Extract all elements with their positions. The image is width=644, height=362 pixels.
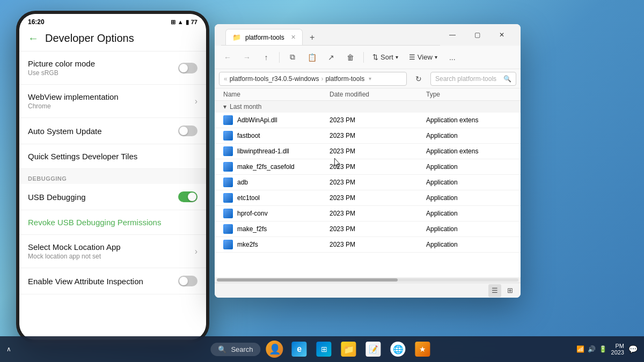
breadcrumb-separator: « bbox=[224, 75, 228, 83]
battery-taskbar-icon: 🔋 bbox=[599, 345, 607, 353]
sort-label: Sort bbox=[380, 53, 393, 61]
copy-button[interactable]: ⧉ bbox=[284, 49, 301, 66]
search-icon[interactable]: 🔍 bbox=[503, 75, 511, 83]
file-name-text: AdbWinApi.dll bbox=[237, 116, 277, 124]
table-row[interactable]: hprof-conv 2023 PM Application bbox=[215, 206, 521, 221]
search-box[interactable]: Search platform-tools 🔍 bbox=[430, 72, 516, 86]
tab-icon: 📁 bbox=[232, 33, 241, 41]
battery-icon: ▮ bbox=[186, 19, 189, 26]
close-button[interactable]: ✕ bbox=[489, 26, 514, 43]
taskbar-search[interactable]: 🔍 Search bbox=[210, 343, 260, 356]
sort-button[interactable]: ⇅ Sort ▾ bbox=[368, 51, 402, 63]
maximize-button[interactable]: ▢ bbox=[465, 26, 489, 43]
file-name-text: hprof-conv bbox=[237, 210, 268, 217]
table-row[interactable]: libwinpthread-1.dll 2023 PM Application … bbox=[215, 144, 521, 159]
file-rows[interactable]: ▾ Last month AdbWinApi.dll 2023 PM Appli… bbox=[215, 101, 521, 277]
taskbar-store-icon[interactable]: ⊞ bbox=[313, 338, 335, 360]
table-row[interactable]: etc1tool 2023 PM Application bbox=[215, 190, 521, 206]
minimize-button[interactable]: — bbox=[440, 26, 465, 43]
setting-picture-color[interactable]: Picture color mode Use sRGB bbox=[19, 51, 206, 85]
setting-view-attr[interactable]: Enable View Attribute Inspection bbox=[19, 268, 206, 294]
window-titlebar: 📁 platform-tools ✕ + — ▢ ✕ bbox=[215, 24, 521, 46]
nav-forward-button[interactable]: → bbox=[238, 49, 255, 66]
toolbar-separator-2 bbox=[363, 52, 364, 63]
toolbar: ← → ↑ ⧉ 📋 ↗ 🗑 ⇅ Sort ▾ ☰ View ▾ ... bbox=[215, 46, 521, 69]
file-name-text: fastboot bbox=[237, 132, 260, 139]
taskbar-left: ∧ bbox=[6, 345, 11, 353]
file-date: 2023 PM bbox=[330, 147, 426, 155]
file-name-text: adb bbox=[237, 179, 248, 186]
table-header: Name Date modified Type bbox=[215, 88, 521, 101]
breadcrumb[interactable]: « platform-tools_r34.0.5-windows › platf… bbox=[219, 72, 407, 86]
file-name-text: mke2fs bbox=[237, 241, 258, 248]
view-button[interactable]: ☰ View ▾ bbox=[405, 51, 442, 63]
revoke-usb-button[interactable]: Revoke USB Debugging Permissions bbox=[19, 210, 206, 235]
file-explorer-window: 📁 platform-tools ✕ + — ▢ ✕ ← → ↑ ⧉ 📋 ↗ 🗑 bbox=[215, 24, 521, 298]
table-row[interactable]: make_f2fs_casefold 2023 PM Application bbox=[215, 159, 521, 175]
toggle-usb-debug[interactable] bbox=[178, 191, 197, 202]
setting-text: Enable View Attribute Inspection bbox=[28, 277, 143, 286]
group-label: ▾ Last month bbox=[215, 101, 521, 113]
setting-auto-update[interactable]: Auto System Update bbox=[19, 118, 206, 144]
setting-usb-debug[interactable]: USB Debugging bbox=[19, 184, 206, 210]
taskbar-edge-icon[interactable]: e bbox=[289, 338, 310, 360]
chevron-right-icon: › bbox=[195, 247, 197, 256]
setting-text: Quick Settings Developer Tiles bbox=[28, 152, 137, 161]
details-view-button[interactable]: ☰ bbox=[488, 284, 501, 297]
battery-level: 77 bbox=[191, 19, 197, 25]
tab-close-icon[interactable]: ✕ bbox=[291, 34, 296, 41]
file-name: fastboot bbox=[223, 131, 330, 141]
explorer-tab[interactable]: 📁 platform-tools ✕ bbox=[225, 29, 303, 45]
table-row[interactable]: adb 2023 PM Application bbox=[215, 175, 521, 190]
paste-button[interactable]: 📋 bbox=[303, 49, 320, 66]
toggle-view-attr[interactable] bbox=[178, 276, 197, 286]
taskbar-chrome-icon[interactable]: 🌐 bbox=[387, 338, 409, 360]
breadcrumb-parent[interactable]: platform-tools_r34.0.5-windows bbox=[230, 75, 319, 83]
file-name-text: make_f2fs bbox=[237, 225, 267, 233]
col-date: Date modified bbox=[330, 91, 426, 98]
taskbar-orange-app-icon[interactable]: ★ bbox=[412, 338, 434, 360]
breadcrumb-dropdown-icon[interactable]: ▾ bbox=[369, 76, 371, 82]
back-button[interactable]: ← bbox=[28, 32, 39, 45]
system-tray-expand[interactable]: ∧ bbox=[6, 345, 11, 353]
scrollbar-thumb[interactable] bbox=[217, 278, 398, 282]
table-row[interactable]: mke2fs 2023 PM Application bbox=[215, 237, 521, 253]
taskbar-avatar[interactable]: 👤 bbox=[264, 338, 286, 360]
tab-bar: 📁 platform-tools ✕ + bbox=[221, 26, 440, 46]
group-collapse-icon[interactable]: ▾ bbox=[223, 103, 226, 110]
share-button[interactable]: ↗ bbox=[323, 49, 340, 66]
toggle-picture-color[interactable] bbox=[178, 63, 197, 73]
notification-icon[interactable]: 💬 bbox=[628, 345, 638, 353]
setting-quick-tiles[interactable]: Quick Settings Developer Tiles bbox=[19, 144, 206, 169]
file-name-text: libwinpthread-1.dll bbox=[237, 147, 289, 155]
file-date: 2023 PM bbox=[330, 225, 426, 233]
setting-webview[interactable]: WebView implementation Chrome › bbox=[19, 85, 206, 118]
table-row[interactable]: AdbWinApi.dll 2023 PM Application extens bbox=[215, 113, 521, 128]
delete-button[interactable]: 🗑 bbox=[342, 49, 359, 66]
nav-up-button[interactable]: ↑ bbox=[258, 49, 275, 66]
phone-screen: 16:20 ⊞ ▲ ▮ 77 ← Developer Options bbox=[19, 14, 206, 340]
table-row[interactable]: fastboot 2023 PM Application bbox=[215, 128, 521, 144]
cast-icon: ⊞ bbox=[171, 19, 175, 26]
setting-mock-location[interactable]: Select Mock Location App Mock location a… bbox=[19, 235, 206, 268]
nav-back-button[interactable]: ← bbox=[219, 49, 236, 66]
taskbar-search-label: Search bbox=[231, 345, 253, 353]
refresh-button[interactable]: ↻ bbox=[410, 70, 427, 87]
new-tab-button[interactable]: + bbox=[305, 30, 320, 45]
taskbar-file-explorer-icon[interactable]: 📁 bbox=[338, 338, 360, 360]
setting-title: USB Debugging bbox=[28, 193, 86, 202]
file-name: mke2fs bbox=[223, 240, 330, 249]
horizontal-scrollbar[interactable] bbox=[215, 277, 521, 283]
phone-content[interactable]: Picture color mode Use sRGB WebView impl… bbox=[19, 51, 206, 340]
taskbar-right: 📶 🔊 🔋 PM 2023 💬 bbox=[576, 343, 638, 356]
window-controls: — ▢ ✕ bbox=[440, 26, 514, 43]
tiles-view-button[interactable]: ⊞ bbox=[503, 284, 516, 297]
file-type-icon bbox=[223, 193, 233, 203]
more-options-button[interactable]: ... bbox=[444, 49, 461, 66]
toggle-auto-update[interactable] bbox=[178, 125, 197, 136]
taskbar-clock[interactable]: PM 2023 bbox=[611, 343, 624, 356]
table-row[interactable]: make_f2fs 2023 PM Application bbox=[215, 221, 521, 237]
system-tray[interactable]: 📶 🔊 🔋 bbox=[576, 345, 607, 353]
setting-text: Select Mock Location App Mock location a… bbox=[28, 242, 121, 260]
taskbar-notepad-icon[interactable]: 📝 bbox=[363, 338, 384, 360]
